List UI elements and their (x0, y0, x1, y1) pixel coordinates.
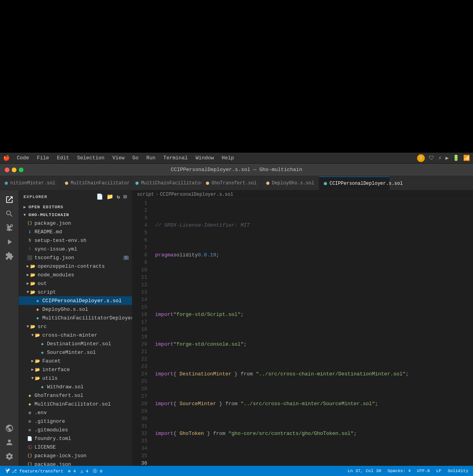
status-spaces[interactable]: Spaces: 4 (388, 469, 411, 473)
activity-search[interactable] (3, 207, 16, 220)
play-icon[interactable]: ▶ (446, 155, 449, 161)
status-eol[interactable]: LF (436, 469, 441, 473)
tab-multichaindeployer[interactable]: MultiChainFacillitatorDeployer.s.sol (131, 177, 201, 190)
breadcrumb-file[interactable]: CCIPPersonalDeployer.s.sol (160, 192, 233, 197)
file-package-json[interactable]: {} package.json (19, 219, 132, 227)
status-language[interactable]: Solidity (448, 469, 468, 473)
tab-label: DeployGho.s.sol (272, 180, 314, 186)
tab-ccippersonal[interactable]: CCIPPersonalDeployer.s.sol (319, 177, 390, 190)
status-warnings[interactable]: △ 4 (81, 469, 88, 474)
folder-out[interactable]: ▶ 📂 out (19, 279, 132, 288)
folder-script[interactable]: ▼ 📂 script (19, 288, 132, 296)
status-position[interactable]: Ln 37, Col 30 (348, 469, 381, 473)
spaces-label: Spaces: 4 (388, 469, 411, 473)
file-gitmodules[interactable]: ⊘ .gitmodules (19, 426, 132, 434)
tab-destinationminter[interactable]: nitionMinter.sol (0, 177, 60, 190)
wifi-icon[interactable]: 📶 (463, 155, 470, 161)
new-file-icon[interactable]: 📄 (96, 193, 103, 200)
tab-multichainf[interactable]: MultiChainFacilitator.sol (60, 177, 131, 190)
tab-deploygho[interactable]: DeployGho.s.sol (262, 177, 319, 190)
menu-item-terminal[interactable]: Terminal (160, 154, 191, 162)
code-editor[interactable]: 1 2 3 4 5 6 7 8 9 10 11 12 13 14 15 16 1… (132, 199, 473, 466)
folder-name: src (38, 324, 47, 330)
activity-explorer[interactable] (3, 193, 16, 206)
breadcrumb-script[interactable]: script (137, 192, 154, 197)
file-source-minter[interactable]: ◆ SourceMinter.sol (19, 348, 132, 357)
folder-open-icon: 📂 (30, 289, 36, 295)
battery-icon[interactable]: 🔋 (453, 155, 459, 161)
status-errors[interactable]: ⊗ 4 (68, 469, 76, 474)
code-content[interactable]: // SPDX-License-Identifier: MIT pragma s… (152, 199, 473, 466)
file-package-lock[interactable]: {} package-lock.json (19, 451, 132, 460)
apple-icon[interactable]: 🍎 (3, 155, 10, 161)
file-deploy-gho[interactable]: ◆ DeployGho.s.sol (19, 305, 132, 314)
bolt-icon[interactable]: ⚡ (438, 155, 441, 161)
file-setup[interactable]: $ setup-test-env.sh (19, 236, 132, 245)
menu-item-selection[interactable]: Selection (74, 154, 108, 162)
folder-interface[interactable]: ▶ 📂 interface (19, 365, 132, 374)
menu-item-file[interactable]: File (34, 154, 52, 162)
status-encoding[interactable]: UTF-8 (417, 469, 430, 473)
file-icon: {} (27, 461, 33, 466)
status-info[interactable]: ⓪ 0 (93, 468, 102, 474)
activity-remote[interactable] (3, 422, 16, 435)
file-tsconfig[interactable]: ⬛ tsconfig.json S (19, 253, 132, 262)
info-label: ⓪ 0 (93, 468, 102, 474)
folder-cross-chain[interactable]: ▼ 📂 cross-chain-minter (19, 331, 132, 339)
menu-item-edit[interactable]: Edit (54, 154, 72, 162)
close-button[interactable] (5, 168, 9, 172)
file-gitignore[interactable]: ⊘ .gitignore (19, 417, 132, 426)
file-sync[interactable]: ! sync-issue.yml (19, 245, 132, 253)
menu-item-run[interactable]: Run (143, 154, 159, 162)
file-multichain-deployer[interactable]: ◆ MultiChainFacillitatorDeployer.s.sol (19, 314, 132, 322)
file-icon: ◆ (34, 298, 41, 304)
menu-item-view[interactable]: View (109, 154, 128, 162)
folder-openzeppelin[interactable]: ▶ 📂 openzeppelin-contracts (19, 262, 132, 270)
file-readme[interactable]: ℹ README.md (19, 227, 132, 236)
file-foundry[interactable]: 📄 foundry.toml (19, 434, 132, 443)
file-withdraw[interactable]: ◆ Withdraw.sol (19, 382, 132, 391)
menu-item-help[interactable]: Help (218, 154, 237, 162)
warnings-label: △ 4 (81, 469, 88, 474)
file-package-json2[interactable]: {} package.json (19, 460, 132, 466)
file-icon: ⊘ (27, 418, 33, 424)
line-num: 17 (132, 318, 147, 326)
activity-extensions[interactable] (3, 250, 16, 262)
file-env[interactable]: ⚙ .env (19, 408, 132, 417)
folder-src[interactable]: ▼ 📂 src (19, 322, 132, 331)
menu-item-window[interactable]: Window (193, 154, 217, 162)
mic-icon[interactable]: 🎙 (417, 154, 425, 162)
line-num: 21 (132, 348, 147, 355)
activity-account[interactable] (3, 436, 16, 449)
project-section[interactable]: ▼ GHO-MULTICHAIN (19, 211, 132, 219)
tab-ghotransfert[interactable]: GhoTransfert.sol (201, 177, 262, 190)
shield-icon[interactable]: 🛡 (429, 155, 434, 161)
activity-settings[interactable] (3, 450, 16, 463)
top-black-bar (0, 0, 473, 153)
activity-source-control[interactable] (3, 222, 16, 234)
file-name: .env (34, 410, 47, 416)
menu-item-code[interactable]: Code (14, 154, 32, 162)
folder-utils[interactable]: ▼ 📂 utils (19, 374, 132, 382)
folder-faucet[interactable]: ▶ 📂 Faucet (19, 357, 132, 365)
folder-open-icon: 📂 (30, 323, 36, 330)
file-ccip-personal[interactable]: ◆ CCIPPersonalDeployer.s.sol (19, 296, 132, 305)
open-editors-section[interactable]: ▶ OPEN EDITORS (19, 203, 132, 211)
activity-run-debug[interactable] (3, 236, 16, 248)
menu-item-go[interactable]: Go (129, 154, 142, 162)
maximize-button[interactable] (19, 168, 23, 172)
folder-name: interface (42, 367, 70, 373)
collapse-icon[interactable]: ⊟ (124, 193, 127, 200)
line-num: 1 (132, 199, 147, 207)
chevron-right-icon: ▶ (31, 367, 34, 372)
file-destination-minter[interactable]: ◆ DestinationMinter.sol (19, 339, 132, 348)
status-branch[interactable]: ⎇ feature/transfert (5, 468, 63, 474)
minimize-button[interactable] (12, 168, 16, 172)
line-num: 36 (132, 460, 147, 466)
new-folder-icon[interactable]: 📁 (107, 193, 114, 200)
file-multichain-facilitator[interactable]: ◆ MultiChainFacilitator.sol (19, 400, 132, 408)
refresh-icon[interactable]: ↻ (117, 193, 120, 200)
folder-node-modules[interactable]: ▶ 📂 node_modules (19, 270, 132, 279)
file-license[interactable]: Ⓛ LICENSE (19, 443, 132, 451)
file-gho-transfert[interactable]: ◆ GhoTransfert.sol (19, 391, 132, 400)
